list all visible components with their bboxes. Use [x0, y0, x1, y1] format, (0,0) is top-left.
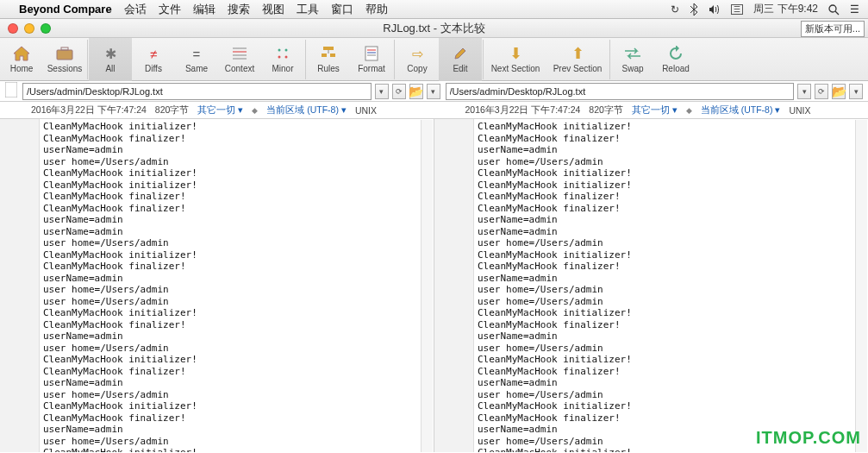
window-title: RJLog.txt - 文本比较 [0, 21, 868, 36]
right-encoding-dropdown[interactable]: 当前区域 (UTF-8) ▾ [701, 104, 781, 116]
svg-rect-2 [57, 50, 72, 60]
reload-button[interactable]: Reload [654, 38, 697, 81]
left-other-dropdown[interactable]: 其它一切 ▾ [197, 104, 243, 116]
sessions-button[interactable]: Sessions [43, 38, 86, 81]
left-encoding-dropdown[interactable]: 当前区域 (UTF-8) ▾ [266, 104, 347, 116]
right-size: 820字节 [589, 104, 623, 116]
right-folder-dropdown[interactable]: ▾ [849, 84, 863, 99]
diffs-icon: ≠ [145, 45, 162, 62]
clock-text[interactable]: 周三 下午9:42 [753, 2, 818, 16]
svg-point-10 [278, 56, 281, 59]
context-button[interactable]: Context [218, 38, 261, 81]
separator [305, 40, 306, 79]
sessions-label: Sessions [47, 64, 83, 73]
minor-icon [274, 45, 291, 62]
menu-session[interactable]: 会话 [124, 2, 147, 17]
notification-icon[interactable]: ☰ [850, 3, 859, 16]
next-section-label: Next Section [491, 64, 540, 73]
watermark: ITMOP.COM [756, 428, 861, 448]
spotlight-icon[interactable] [828, 3, 840, 15]
home-label: Home [10, 64, 34, 73]
left-content[interactable]: CleanMyMacHook initializer! CleanMyMacHo… [43, 121, 430, 452]
svg-point-9 [285, 49, 288, 52]
right-gutter [434, 119, 474, 452]
arrow-up-icon: ⬆ [569, 45, 586, 62]
right-refresh-button[interactable]: ⟳ [815, 84, 828, 99]
minor-label: Minor [272, 64, 293, 73]
svg-point-11 [285, 56, 288, 59]
format-icon [363, 45, 380, 62]
menu-view[interactable]: 视图 [262, 2, 284, 17]
menu-help[interactable]: 帮助 [365, 2, 388, 17]
same-button[interactable]: =Same [175, 38, 218, 81]
svg-rect-3 [61, 47, 68, 50]
minor-button[interactable]: Minor [261, 38, 304, 81]
overview-thumb[interactable] [0, 82, 22, 101]
left-size: 820字节 [155, 104, 190, 116]
all-icon: ✱ [102, 45, 119, 62]
right-pane[interactable]: CleanMyMacHook initializer! CleanMyMacHo… [434, 119, 868, 452]
left-path-dropdown[interactable]: ▾ [375, 84, 389, 99]
volume-icon[interactable] [709, 3, 721, 16]
context-label: Context [225, 64, 254, 73]
sync-icon[interactable]: ↻ [671, 3, 679, 16]
left-pane[interactable]: CleanMyMacHook initializer! CleanMyMacHo… [0, 119, 434, 452]
menu-edit[interactable]: 编辑 [193, 2, 215, 17]
right-open-folder-button[interactable]: 📂 [832, 84, 846, 99]
menu-file[interactable]: 文件 [159, 2, 181, 17]
prev-section-button[interactable]: ⬆Prev Section [546, 38, 609, 81]
app-name[interactable]: Beyond Compare [19, 3, 112, 16]
separator [87, 40, 88, 79]
left-open-folder-button[interactable]: 📂 [409, 84, 423, 99]
right-path-dropdown[interactable]: ▾ [797, 84, 811, 99]
separator [609, 40, 610, 79]
left-path-input[interactable] [22, 83, 372, 100]
next-section-button[interactable]: ⬇Next Section [484, 38, 546, 81]
svg-rect-16 [365, 47, 378, 60]
arrow-down-icon: ⬇ [507, 45, 524, 62]
edit-label: Edit [453, 64, 467, 73]
bluetooth-icon[interactable] [690, 3, 698, 16]
menu-search[interactable]: 搜索 [228, 2, 250, 17]
left-scrollbar[interactable] [421, 120, 433, 452]
right-other-dropdown[interactable]: 其它一切 ▾ [632, 104, 678, 116]
svg-point-0 [829, 5, 836, 12]
copy-button[interactable]: ⇨Copy [396, 38, 439, 81]
svg-rect-12 [323, 47, 334, 50]
left-folder-dropdown[interactable]: ▾ [427, 84, 440, 99]
svg-point-8 [278, 49, 281, 52]
rules-icon [320, 45, 337, 62]
right-content[interactable]: CleanMyMacHook initializer! CleanMyMacHo… [478, 121, 865, 452]
right-path-input[interactable] [446, 83, 795, 100]
update-notice[interactable]: 新版本可用... [801, 21, 865, 37]
diffs-label: Diffs [145, 64, 162, 73]
swap-label: Swap [621, 64, 643, 73]
same-label: Same [185, 64, 208, 73]
swap-button[interactable]: Swap [611, 38, 654, 81]
rules-button[interactable]: Rules [307, 38, 350, 81]
all-button[interactable]: ✱All [89, 38, 132, 81]
separator [394, 40, 395, 79]
home-button[interactable]: Home [0, 38, 43, 81]
input-method-icon[interactable]: ☰ [731, 4, 743, 15]
edit-button[interactable]: Edit [439, 38, 482, 81]
format-button[interactable]: Format [350, 38, 393, 81]
reload-icon [667, 45, 684, 62]
menu-tools[interactable]: 工具 [297, 2, 319, 17]
left-timestamp: 2016年3月22日 下午7:47:24 [31, 104, 147, 116]
pencil-icon [452, 45, 469, 62]
right-timestamp: 2016年3月22日 下午7:47:24 [465, 104, 581, 116]
left-refresh-button[interactable]: ⟳ [392, 84, 406, 99]
context-icon [231, 45, 248, 62]
diffs-button[interactable]: ≠Diffs [132, 38, 175, 81]
menu-window[interactable]: 窗口 [331, 2, 353, 17]
copy-label: Copy [407, 64, 427, 73]
left-gutter [0, 119, 40, 452]
right-scrollbar[interactable] [855, 120, 867, 452]
all-label: All [105, 64, 115, 73]
mac-menubar: Beyond Compare 会话 文件 编辑 搜索 视图 工具 窗口 帮助 ↻… [0, 0, 868, 19]
svg-rect-20 [5, 82, 17, 98]
window-titlebar: RJLog.txt - 文本比较 新版本可用... [0, 19, 868, 38]
toolbar: Home Sessions ✱All ≠Diffs =Same Context … [0, 38, 868, 81]
swap-icon [624, 45, 641, 62]
